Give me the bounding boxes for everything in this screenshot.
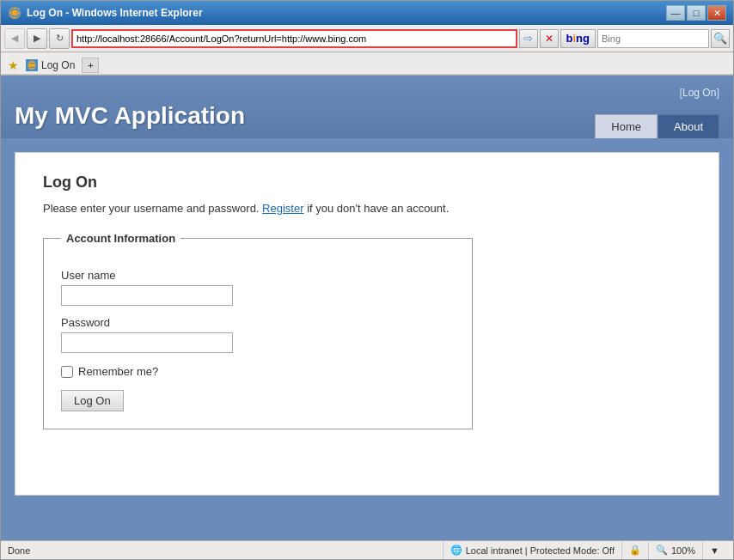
zoom-level: 100%: [671, 545, 695, 556]
security-section[interactable]: 🔒: [621, 541, 648, 559]
zoom-icon: 🔍: [656, 545, 668, 556]
header-top: [ Log On ]: [15, 82, 719, 102]
app-title-row: My MVC Application Home About: [15, 102, 719, 138]
password-input[interactable]: [61, 332, 233, 353]
stop-button[interactable]: ✕: [540, 29, 559, 48]
intro-text-after: if you don't have an account.: [307, 202, 449, 215]
username-label: User name: [61, 269, 455, 282]
nav-tab-home[interactable]: Home: [595, 114, 658, 138]
app-wrapper: [ Log On ] My MVC Application Home About…: [1, 76, 733, 540]
window-title: Log On - Windows Internet Explorer: [27, 7, 203, 19]
address-bar: ⇨ ✕: [71, 29, 559, 48]
svg-point-3: [28, 61, 36, 70]
remember-me-label: Remember me?: [78, 365, 158, 378]
bracket-close: ]: [716, 86, 719, 99]
remember-me-checkbox[interactable]: [61, 366, 73, 378]
title-bar-left: Log On - Windows Internet Explorer: [8, 6, 203, 20]
intro-text: Please enter your username and password.…: [43, 202, 691, 215]
browser-window: Log On - Windows Internet Explorer — □ ✕…: [0, 0, 734, 560]
zoom-dropdown[interactable]: ▼: [702, 541, 726, 559]
refresh-button[interactable]: ↻: [49, 28, 70, 49]
fav-tab-label: Log On: [41, 59, 75, 71]
status-bar: Done 🌐 Local intranet | Protected Mode: …: [1, 540, 733, 559]
new-tab-button[interactable]: +: [82, 58, 99, 73]
content-box: Log On Please enter your username and pa…: [15, 152, 719, 496]
account-fieldset: Account Information User name Password R…: [43, 232, 473, 429]
logon-button[interactable]: Log On: [61, 390, 124, 411]
back-button[interactable]: ◀: [4, 28, 25, 49]
lock-icon: 🔒: [629, 545, 641, 556]
globe-icon: 🌐: [450, 545, 462, 556]
address-input[interactable]: [71, 29, 517, 48]
search-input[interactable]: [597, 29, 709, 48]
forward-button[interactable]: ▶: [27, 28, 47, 49]
svg-point-0: [9, 7, 21, 19]
register-link[interactable]: Register: [262, 202, 303, 215]
favorites-item[interactable]: Log On: [26, 59, 75, 71]
navigation-bar: ◀ ▶ ↻ ⇨ ✕ bing 🔍: [1, 25, 733, 52]
zoom-section[interactable]: 🔍 100%: [648, 541, 702, 559]
zone-text: Local intranet | Protected Mode: Off: [466, 545, 615, 556]
password-label: Password: [61, 316, 455, 329]
username-input[interactable]: [61, 285, 233, 306]
search-button[interactable]: 🔍: [711, 29, 730, 48]
app-title: My MVC Application: [15, 102, 245, 138]
page-title: Log On: [43, 173, 691, 192]
title-bar: Log On - Windows Internet Explorer — □ ✕: [1, 1, 733, 25]
nav-tabs: Home About: [595, 114, 719, 138]
go-button[interactable]: ⇨: [519, 29, 538, 48]
zone-section: 🌐 Local intranet | Protected Mode: Off: [443, 541, 621, 559]
window-controls: — □ ✕: [666, 5, 726, 21]
fav-ie-icon: [26, 59, 38, 71]
intro-text-before: Please enter your username and password.: [43, 202, 262, 215]
close-button[interactable]: ✕: [707, 5, 726, 21]
header-logon-link[interactable]: Log On: [682, 87, 716, 99]
ie-logo-icon: [8, 6, 21, 20]
fieldset-legend: Account Information: [61, 232, 180, 245]
search-bar: bing 🔍: [560, 29, 730, 48]
bing-logo: bing: [560, 29, 596, 48]
browser-content: [ Log On ] My MVC Application Home About…: [1, 76, 733, 540]
remember-me-row: Remember me?: [61, 365, 455, 378]
status-text: Done: [8, 545, 443, 556]
maximize-button[interactable]: □: [687, 5, 706, 21]
app-header: [ Log On ] My MVC Application Home About: [1, 76, 733, 138]
nav-tab-about[interactable]: About: [658, 114, 719, 138]
page-content: Log On Please enter your username and pa…: [1, 138, 733, 540]
minimize-button[interactable]: —: [666, 5, 685, 21]
favorites-star-icon[interactable]: ★: [8, 58, 19, 72]
